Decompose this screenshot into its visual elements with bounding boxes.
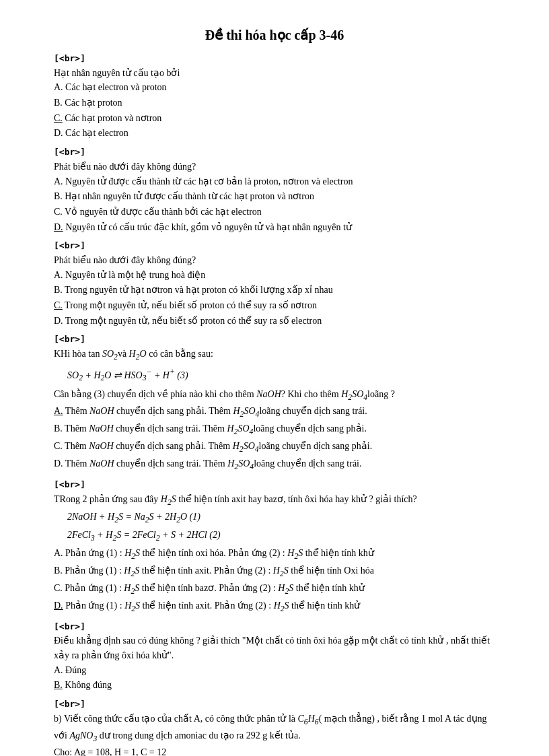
content: [<br>] Hạt nhân nguyên tử cấu tạo bởi A.… (54, 51, 495, 756)
page-title: Đề thi hóa học cấp 3-46 (54, 27, 495, 43)
